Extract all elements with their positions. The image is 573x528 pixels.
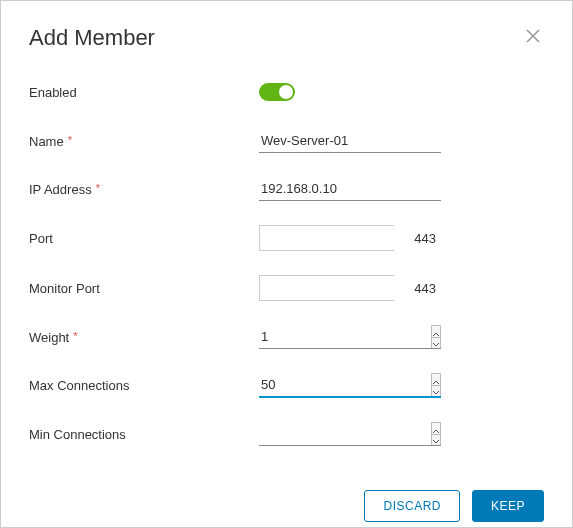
modal-header: Add Member	[29, 25, 544, 51]
modal-footer: Discard Keep	[29, 470, 544, 522]
label-port: Port	[29, 231, 259, 246]
discard-button[interactable]: Discard	[364, 490, 460, 522]
row-monitor-port: Monitor Port	[29, 275, 544, 301]
chevron-down-icon	[432, 432, 440, 447]
row-port: Port	[29, 225, 544, 251]
weight-input[interactable]	[259, 325, 431, 348]
min-conn-input[interactable]	[259, 422, 431, 445]
max-conn-step-down[interactable]	[432, 385, 440, 394]
add-member-modal: Add Member Enabled Name* IP Address*	[1, 1, 572, 527]
row-max-conn: Max Connections	[29, 373, 544, 398]
close-icon	[526, 29, 540, 46]
min-conn-stepper	[431, 422, 441, 445]
label-max-conn: Max Connections	[29, 378, 259, 393]
form-body: Enabled Name* IP Address* Port	[29, 83, 544, 470]
row-name: Name*	[29, 129, 544, 153]
row-min-conn: Min Connections	[29, 422, 544, 446]
weight-stepper	[431, 325, 441, 348]
row-enabled: Enabled	[29, 83, 544, 101]
modal-title: Add Member	[29, 25, 155, 51]
enabled-toggle[interactable]	[259, 83, 295, 101]
weight-step-down[interactable]	[432, 337, 440, 346]
max-conn-input[interactable]	[259, 373, 431, 396]
toggle-knob	[279, 85, 293, 99]
row-weight: Weight*	[29, 325, 544, 349]
label-weight: Weight*	[29, 330, 259, 345]
port-input[interactable]	[260, 226, 444, 250]
min-conn-step-down[interactable]	[432, 434, 440, 443]
chevron-down-icon	[432, 383, 440, 398]
keep-button[interactable]: Keep	[472, 490, 544, 522]
chevron-down-icon	[432, 335, 440, 350]
label-ip: IP Address*	[29, 182, 259, 197]
label-monitor-port: Monitor Port	[29, 281, 259, 296]
monitor-port-input[interactable]	[260, 276, 444, 300]
label-enabled: Enabled	[29, 85, 259, 100]
label-min-conn: Min Connections	[29, 427, 259, 442]
name-input[interactable]	[259, 129, 441, 153]
label-name: Name*	[29, 134, 259, 149]
row-ip: IP Address*	[29, 177, 544, 201]
close-button[interactable]	[522, 25, 544, 50]
ip-input[interactable]	[259, 177, 441, 201]
max-conn-stepper	[431, 373, 441, 396]
